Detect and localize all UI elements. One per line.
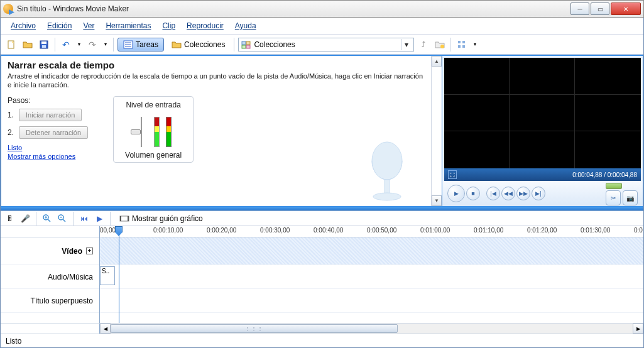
menu-view[interactable]: Ver — [78, 20, 99, 31]
done-link[interactable]: Listo — [8, 144, 88, 151]
step-number: 1. — [8, 111, 14, 119]
svg-point-19 — [373, 193, 401, 200]
collection-combobox[interactable]: Colecciones ▾ — [238, 38, 414, 52]
snapshot-button[interactable]: 📷 — [623, 190, 638, 205]
separator — [110, 212, 111, 226]
svg-rect-3 — [42, 45, 46, 48]
svg-rect-8 — [242, 41, 246, 45]
more-options-link[interactable]: Mostrar más opciones — [8, 153, 88, 160]
collections-label: Colecciones — [184, 40, 225, 49]
scroll-down-arrow[interactable]: ▼ — [432, 195, 442, 206]
svg-rect-11 — [246, 45, 250, 48]
separator — [450, 38, 451, 52]
microphone-illustration — [356, 137, 418, 206]
view-button[interactable] — [455, 38, 469, 52]
narrate-button[interactable]: 🎤 — [19, 213, 31, 224]
start-narration-button[interactable]: Iniciar narración — [19, 109, 82, 121]
audio-clip[interactable]: S.. — [100, 266, 115, 285]
status-text: Listo — [6, 337, 21, 345]
maximize-button[interactable]: ▭ — [591, 3, 609, 15]
menu-clip[interactable]: Clip — [157, 20, 180, 31]
timeline-panel: 🎚 🎤 ⏮ ▶ Mostrar guión gráfico Vídeo + Au… — [1, 210, 643, 334]
separator — [73, 212, 74, 226]
volume-slider[interactable] — [135, 117, 148, 147]
input-level-panel: Nivel de entrada Volumen general — [113, 96, 194, 163]
redo-button[interactable]: ↷ — [85, 38, 99, 52]
undo-dropdown[interactable]: ▾ — [75, 38, 83, 52]
menu-play[interactable]: Reproducir — [182, 20, 229, 31]
svg-rect-27 — [120, 216, 129, 221]
svg-line-21 — [48, 219, 50, 222]
collection-combo-value: Colecciones — [254, 40, 295, 49]
separator — [234, 38, 234, 52]
status-bar: Listo — [1, 334, 643, 347]
scroll-thumb[interactable]: ⋮⋮⋮ — [111, 324, 398, 333]
timeline-tracks[interactable]: 00,000:00:10,000:00:20,000:00:30,000:00:… — [100, 226, 643, 323]
ruler-tick: 0:00:50,00 — [367, 227, 396, 234]
record-indicator — [606, 183, 622, 189]
title-track[interactable] — [100, 289, 643, 313]
zoom-out-button[interactable] — [57, 213, 68, 224]
stop-narration-button[interactable]: Detener narración — [19, 126, 88, 139]
prev-clip-button[interactable]: |◀ — [486, 187, 500, 200]
menu-file[interactable]: Archivo — [6, 20, 41, 31]
title-bar: Sin título - Windows Movie Maker ─ ▭ ✕ — [0, 0, 644, 18]
video-track[interactable] — [100, 237, 643, 265]
ruler-tick: 0:01:20,00 — [527, 227, 557, 234]
stop-button[interactable]: ■ — [466, 187, 480, 200]
playhead-line — [119, 226, 119, 323]
zoom-in-button[interactable] — [41, 213, 53, 224]
timeline-hscrollbar[interactable]: ◀ ⋮⋮⋮ ▶ — [1, 323, 643, 334]
svg-rect-13 — [458, 41, 461, 43]
minimize-button[interactable]: ─ — [570, 3, 589, 15]
main-area: Narrar escala de tiempo Arrastre el indi… — [1, 55, 643, 207]
timeline-play-button[interactable]: ▶ — [94, 213, 105, 224]
scroll-right-arrow[interactable]: ▶ — [633, 324, 643, 334]
play-button[interactable]: ▶ — [447, 185, 465, 202]
set-audio-levels-button[interactable]: 🎚 — [4, 213, 16, 224]
track-label-title: Título superpuesto — [1, 289, 99, 313]
svg-rect-16 — [462, 45, 465, 48]
new-project-button[interactable] — [4, 38, 18, 52]
svg-rect-14 — [462, 41, 465, 43]
menu-tools[interactable]: Herramientas — [101, 20, 156, 31]
level-meter-right — [166, 117, 172, 147]
steps-label: Pasos: — [8, 96, 88, 105]
scroll-left-arrow[interactable]: ◀ — [100, 324, 111, 334]
new-folder-button[interactable] — [433, 38, 447, 52]
menu-bar: Archivo Edición Ver Herramientas Clip Re… — [1, 18, 643, 35]
task-heading: Narrar escala de tiempo — [8, 60, 425, 70]
svg-point-12 — [440, 45, 444, 48]
tasks-button[interactable]: Tareas — [117, 38, 164, 52]
rewind-button[interactable]: ◀◀ — [501, 187, 515, 200]
redo-dropdown[interactable]: ▾ — [102, 38, 109, 52]
svg-rect-2 — [41, 41, 46, 44]
close-button[interactable]: ✕ — [611, 3, 641, 15]
next-clip-button[interactable]: ▶| — [532, 187, 545, 200]
app-icon — [3, 4, 13, 14]
view-dropdown[interactable]: ▾ — [471, 38, 479, 52]
task-vscrollbar[interactable]: ▲ ▼ — [431, 56, 442, 206]
menu-help[interactable]: Ayuda — [230, 20, 261, 31]
expand-video-button[interactable]: + — [86, 247, 93, 254]
split-button[interactable]: ✂ — [606, 190, 621, 205]
toolbar: ↶ ▾ ↷ ▾ Tareas Colecciones Colecciones ▾… — [1, 35, 643, 55]
ruler-tick: 0:00:40,00 — [314, 227, 343, 234]
audio-track[interactable]: S.. — [100, 265, 643, 289]
collections-button[interactable]: Colecciones — [166, 38, 230, 51]
storyboard-icon — [119, 214, 129, 224]
save-button[interactable] — [37, 38, 51, 52]
forward-button[interactable]: ▶▶ — [516, 187, 530, 200]
separator — [113, 38, 114, 52]
svg-rect-28 — [120, 216, 121, 221]
open-button[interactable] — [21, 38, 35, 52]
fullscreen-button[interactable]: ⛶ — [448, 170, 457, 179]
timeline-ruler[interactable]: 00,000:00:10,000:00:20,000:00:30,000:00:… — [100, 226, 643, 237]
scroll-up-arrow[interactable]: ▲ — [432, 56, 442, 67]
timeline-rewind-button[interactable]: ⏮ — [79, 213, 90, 224]
undo-button[interactable]: ↶ — [59, 38, 73, 52]
menu-edit[interactable]: Edición — [42, 20, 77, 31]
up-level-button[interactable]: ⤴ — [417, 38, 430, 52]
show-storyboard-button[interactable]: Mostrar guión gráfico — [116, 214, 207, 224]
window-title: Sin título - Windows Movie Maker — [17, 4, 570, 13]
